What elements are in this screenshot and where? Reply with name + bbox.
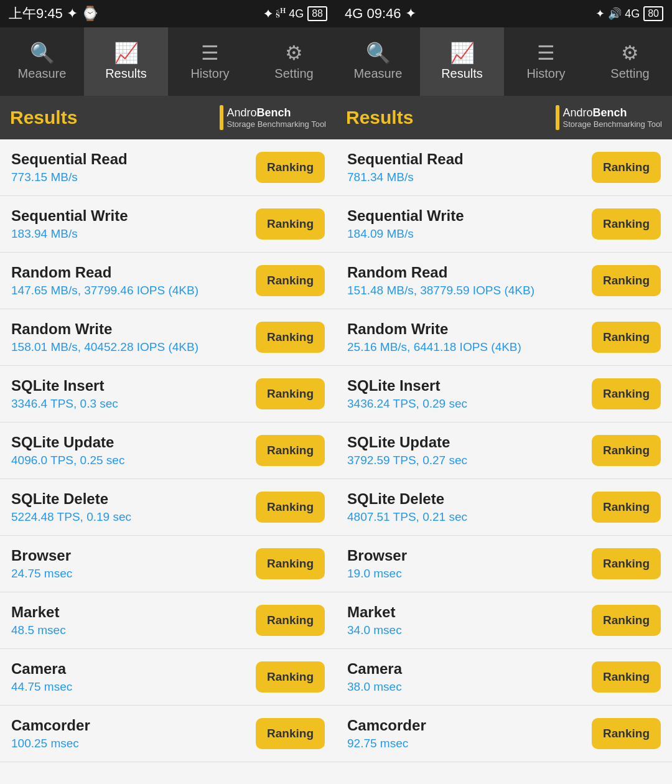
right-tab-bar: 🔍 Measure 📈 Results ☰ History ⚙ Setting <box>336 27 672 96</box>
right-sqlite-insert-name: SQLite Insert <box>347 377 467 394</box>
left-browser-name: Browser <box>11 547 72 564</box>
left-sqlite-delete-ranking[interactable]: Ranking <box>256 492 325 523</box>
right-market-ranking[interactable]: Ranking <box>592 605 661 636</box>
right-row-rand-write: Random Write 25.16 MB/s, 6441.18 IOPS (4… <box>336 309 672 366</box>
left-row-browser: Browser 24.75 msec Ranking <box>0 536 336 592</box>
left-row-sqlite-insert: SQLite Insert 3346.4 TPS, 0.3 sec Rankin… <box>0 366 336 422</box>
right-results-icon: 📈 <box>450 43 475 63</box>
right-browser-name: Browser <box>347 547 407 564</box>
left-tab-setting[interactable]: ⚙ Setting <box>252 27 336 96</box>
right-seq-read-ranking[interactable]: Ranking <box>592 152 661 183</box>
right-seq-write-ranking[interactable]: Ranking <box>592 208 661 240</box>
left-camcorder-name: Camcorder <box>11 717 90 734</box>
left-seq-read-ranking[interactable]: Ranking <box>256 152 325 183</box>
right-camera-ranking[interactable]: Ranking <box>592 661 661 693</box>
right-camcorder-name: Camcorder <box>347 717 426 734</box>
left-tab-measure[interactable]: 🔍 Measure <box>0 27 84 96</box>
right-row-sqlite-delete: SQLite Delete 4807.51 TPS, 0.21 sec Rank… <box>336 479 672 536</box>
right-bench-list: Sequential Read 781.34 MB/s Ranking Sequ… <box>336 139 672 784</box>
right-logo-sub: Storage Benchmarking Tool <box>563 119 662 129</box>
right-status-icons: ✦ 🔊 4G 80 <box>595 6 663 21</box>
left-row-camcorder: Camcorder 100.25 msec Ranking <box>0 706 336 762</box>
left-tab-history-label: History <box>190 67 229 81</box>
right-browser-value: 19.0 msec <box>347 567 407 581</box>
left-row-sqlite-delete: SQLite Delete 5224.48 TPS, 0.19 sec Rank… <box>0 479 336 536</box>
right-sqlite-insert-value: 3436.24 TPS, 0.29 sec <box>347 397 467 411</box>
right-sqlite-insert-ranking[interactable]: Ranking <box>592 378 661 409</box>
left-status-bar: 上午9:45 ✦ ⌚ ✦ ᵴ᷾ᴴ 4G 88 <box>0 0 336 27</box>
right-row-sqlite-insert: SQLite Insert 3436.24 TPS, 0.29 sec Rank… <box>336 366 672 422</box>
right-tab-setting[interactable]: ⚙ Setting <box>588 27 672 96</box>
right-sqlite-delete-name: SQLite Delete <box>347 490 467 508</box>
right-tab-results[interactable]: 📈 Results <box>420 27 504 96</box>
left-browser-value: 24.75 msec <box>11 567 72 581</box>
right-rand-write-ranking[interactable]: Ranking <box>592 322 661 353</box>
right-row-camcorder: Camcorder 92.75 msec Ranking <box>336 706 672 762</box>
left-tab-measure-label: Measure <box>18 67 67 81</box>
left-rand-read-ranking[interactable]: Ranking <box>256 265 325 296</box>
right-tab-history-label: History <box>526 67 565 81</box>
left-tab-results[interactable]: 📈 Results <box>84 27 168 96</box>
left-seq-write-ranking[interactable]: Ranking <box>256 208 325 240</box>
left-row-seq-read: Sequential Read 773.15 MB/s Ranking <box>0 139 336 196</box>
right-seq-read-name: Sequential Read <box>347 151 464 168</box>
right-tab-history[interactable]: ☰ History <box>504 27 588 96</box>
left-rand-write-name: Random Write <box>11 320 198 338</box>
right-sqlite-update-ranking[interactable]: Ranking <box>592 435 661 466</box>
right-rand-write-name: Random Write <box>347 320 521 338</box>
right-browser-ranking[interactable]: Ranking <box>592 548 661 579</box>
left-row-rand-write: Random Write 158.01 MB/s, 40452.28 IOPS … <box>0 309 336 366</box>
right-camcorder-value: 92.75 msec <box>347 737 426 750</box>
left-seq-read-name: Sequential Read <box>11 151 128 168</box>
left-seq-write-name: Sequential Write <box>11 207 128 225</box>
left-phone-panel: 上午9:45 ✦ ⌚ ✦ ᵴ᷾ᴴ 4G 88 🔍 Measure 📈 Resul… <box>0 0 336 784</box>
left-seq-write-value: 183.94 MB/s <box>11 227 128 241</box>
right-tab-measure[interactable]: 🔍 Measure <box>336 27 420 96</box>
left-camera-ranking[interactable]: Ranking <box>256 661 325 693</box>
right-seq-write-name: Sequential Write <box>347 207 464 225</box>
left-logo-bar <box>220 105 223 130</box>
left-tab-history[interactable]: ☰ History <box>168 27 252 96</box>
left-camera-value: 44.75 msec <box>11 680 72 694</box>
left-market-name: Market <box>11 604 66 621</box>
left-sqlite-insert-ranking[interactable]: Ranking <box>256 378 325 409</box>
left-camcorder-value: 100.25 msec <box>11 737 90 750</box>
right-row-browser: Browser 19.0 msec Ranking <box>336 536 672 592</box>
right-rand-read-value: 151.48 MB/s, 38779.59 IOPS (4KB) <box>347 284 534 297</box>
left-browser-ranking[interactable]: Ranking <box>256 548 325 579</box>
left-sqlite-update-ranking[interactable]: Ranking <box>256 435 325 466</box>
left-sqlite-update-value: 4096.0 TPS, 0.25 sec <box>11 454 124 467</box>
right-sqlite-delete-value: 4807.51 TPS, 0.21 sec <box>347 510 467 524</box>
left-camera-name: Camera <box>11 660 72 678</box>
left-seq-read-value: 773.15 MB/s <box>11 170 128 184</box>
right-camcorder-ranking[interactable]: Ranking <box>592 718 661 749</box>
right-androbench-logo: AndroBench Storage Benchmarking Tool <box>556 105 662 130</box>
right-logo-bar <box>556 105 559 130</box>
left-sqlite-insert-value: 3346.4 TPS, 0.3 sec <box>11 397 118 411</box>
left-rand-write-value: 158.01 MB/s, 40452.28 IOPS (4KB) <box>11 340 198 354</box>
right-market-value: 34.0 msec <box>347 623 402 637</box>
right-market-name: Market <box>347 604 402 621</box>
right-sqlite-update-value: 3792.59 TPS, 0.27 sec <box>347 454 467 467</box>
right-row-sqlite-update: SQLite Update 3792.59 TPS, 0.27 sec Rank… <box>336 422 672 479</box>
right-row-seq-read: Sequential Read 781.34 MB/s Ranking <box>336 139 672 196</box>
history-icon: ☰ <box>201 43 219 63</box>
right-rand-read-ranking[interactable]: Ranking <box>592 265 661 296</box>
left-row-sqlite-update: SQLite Update 4096.0 TPS, 0.25 sec Ranki… <box>0 422 336 479</box>
setting-icon: ⚙ <box>285 43 303 63</box>
right-results-header: Results AndroBench Storage Benchmarking … <box>336 96 672 139</box>
left-rand-read-name: Random Read <box>11 264 198 281</box>
left-androbench-logo: AndroBench Storage Benchmarking Tool <box>220 105 326 130</box>
left-market-ranking[interactable]: Ranking <box>256 605 325 636</box>
left-results-header: Results AndroBench Storage Benchmarking … <box>0 96 336 139</box>
right-setting-icon: ⚙ <box>621 43 639 63</box>
right-logo-text: AndroBench <box>563 106 662 120</box>
left-sqlite-delete-value: 5224.48 TPS, 0.19 sec <box>11 510 131 524</box>
left-camcorder-ranking[interactable]: Ranking <box>256 718 325 749</box>
right-sqlite-delete-ranking[interactable]: Ranking <box>592 492 661 523</box>
right-phone-panel: 4G 09:46 ✦ ✦ 🔊 4G 80 🔍 Measure 📈 Results… <box>336 0 672 784</box>
left-tab-setting-label: Setting <box>274 67 313 81</box>
right-camera-value: 38.0 msec <box>347 680 402 694</box>
right-history-icon: ☰ <box>537 43 555 63</box>
left-rand-write-ranking[interactable]: Ranking <box>256 322 325 353</box>
